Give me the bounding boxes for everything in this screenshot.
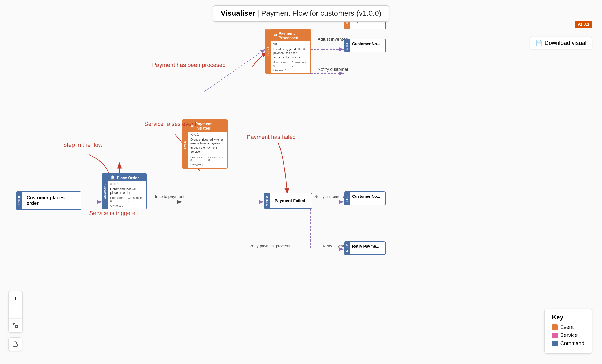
svg-rect-19 [13,323,15,325]
annotation-payment-failed: Payment has failed [247,134,296,141]
payment-initiated-desc: Event is triggered when a user initiates… [188,137,227,154]
customer-notify-bottom-partial[interactable]: STEP Customer No... [344,191,386,205]
annotation-service-is-triggered: Service is triggered [89,210,139,217]
canvas: Initiate payment Retry payment process R… [0,0,602,364]
partial-label-2: Customer No... [350,192,383,205]
key-title: Key [552,314,584,321]
download-icon: 📄 [535,40,542,46]
header-normal: | Payment Flow for customers (v1.0.0) [257,9,382,17]
event-badge-processed: EVENT [266,29,271,73]
partial-badge-1: STEP [344,39,350,52]
key-event: Event [552,324,584,330]
command-label: Command [560,340,584,346]
notify-customer-label: Notify customer [318,67,348,72]
place-order-node[interactable]: COMMAND 📋 Place Order v0.0.1 Command tha… [102,173,147,209]
payment-initiated-version: v0.0.1 [188,132,227,137]
place-order-consumers: Consumers: 0 [128,196,144,202]
header-title: Visualiser | Payment Flow for customers … [213,5,389,22]
payment-processed-owners: Owners: 1 [271,68,310,73]
annotation-payment-processed: Payment has been procesed [152,62,226,68]
header-bold: Visualiser [221,9,255,17]
event-color [552,324,558,330]
place-order-desc: Command that will place an order [108,187,146,195]
partial-badge-3: STEP [344,242,350,254]
payment-initiated-owners: Owners: 1 [188,163,227,168]
fit-button[interactable] [9,319,22,332]
payment-processed-title: Payment Processed [278,31,308,40]
partial-badge-2: STEP [344,192,350,205]
payment-failed-badge: STEP [264,193,270,208]
key-command: Command [552,340,584,346]
service-color [552,333,558,338]
place-order-producers: Producers: 0 [110,196,125,202]
partial-label-1: Customer No... [350,39,383,52]
download-label: Download visual [545,40,587,46]
payment-failed-node[interactable]: STEP Payment Failed [264,193,312,209]
payment-failed-label: Payment Failed [270,196,309,206]
payment-processed-version: v0.0.1 [271,41,310,47]
key-service: Service [552,332,584,338]
zoom-in-button[interactable]: + [9,291,22,305]
payment-initiated-title: Payment Initiated [195,121,225,130]
payment-processed-node[interactable]: EVENT ✉ Payment Processed v0.0.1 Event i… [265,29,311,74]
payment-processed-producers: Producers: 0 [273,61,288,67]
event-badge-initiated: EVENT [182,120,188,168]
place-order-title: Place Order [117,175,139,180]
step-badge: STEP [16,192,22,209]
key-legend: Key Event Service Command [544,309,592,354]
version-badge: v1.0.1 [575,21,592,28]
command-badge: COMMAND [102,174,108,209]
place-order-owners: Owners: 0 [108,204,146,209]
customer-notify-top-partial[interactable]: STEP Customer No... [344,39,386,52]
download-button[interactable]: 📄 Download visual [530,37,592,49]
zoom-out-button[interactable]: − [9,305,22,319]
retry-payment-partial[interactable]: STEP Retry Payme... [344,241,386,255]
svg-rect-21 [13,344,18,346]
annotation-step-in-flow: Step in the flow [63,142,102,148]
payment-processed-consumers: Consumers: 0 [292,61,308,67]
lock-button[interactable] [8,337,22,351]
svg-rect-20 [16,326,18,328]
payment-initiated-producers: Producers: 0 [190,156,205,162]
payment-initiated-consumers: Consumers: 0 [208,156,225,162]
place-order-version: v0.0.1 [108,181,146,187]
customer-places-order-node[interactable]: STEP Customer places order [16,191,81,210]
payment-processed-desc: Event is triggered after the payment has… [271,47,310,60]
partial-label-3: Retry Payme... [350,242,382,254]
event-label: Event [560,324,574,330]
command-color [552,341,558,346]
step-label: Customer places order [22,192,81,209]
zoom-controls: + − [8,291,23,333]
svg-text:Initiate payment: Initiate payment [155,194,185,199]
service-label: Service [560,332,578,338]
payment-initiated-node[interactable]: EVENT ✉ Payment Initiated v0.0.1 Event i… [182,119,228,169]
svg-text:Retry payment process: Retry payment process [249,244,290,248]
